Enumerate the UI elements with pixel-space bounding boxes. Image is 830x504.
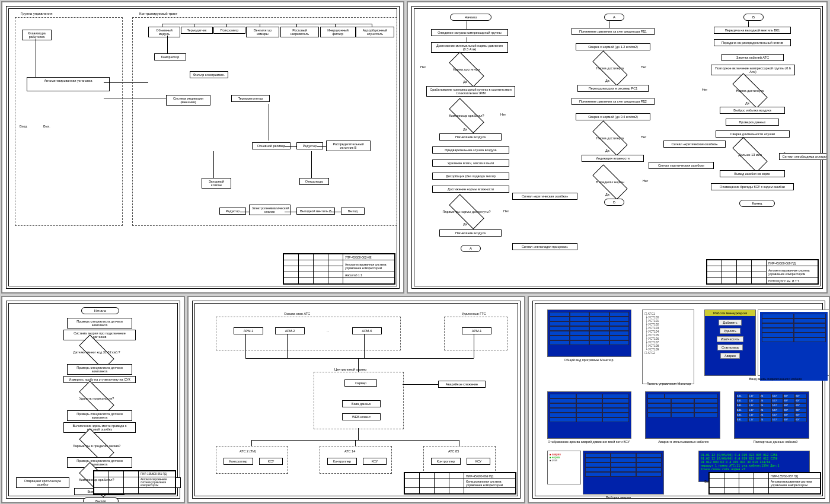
group-control: [15, 17, 123, 226]
box-b20: Электропневматический клапан: [249, 205, 290, 215]
group-tract-label: Контролируемый тракт: [139, 12, 177, 15]
a-step4: Нагнетание воздуха: [439, 133, 502, 141]
shot-legend: ■ авария■ норма■ откл: [547, 451, 581, 484]
title-block-5: ПИР-135/60-087 ПД Автоматизированная сис…: [708, 472, 821, 495]
box-b4: Термодатчик: [181, 27, 213, 34]
s3-left: Отвращает критическую ошибку: [16, 477, 69, 488]
box-b6: Вентилятор камеры: [246, 27, 279, 37]
shot-input: [758, 310, 830, 376]
box-b17: Запорный клапан: [202, 178, 231, 189]
a-d3: Параметры нормы достигнуты?: [442, 200, 491, 224]
arm-dots: ...: [317, 327, 339, 333]
shot-monitor: [547, 310, 631, 357]
box-b13: Фильтр электромагн.: [190, 71, 228, 78]
cap5: Аварии в испытываемых кабелях: [642, 440, 725, 444]
shot-manager: Работа менеджером Добавить Удалить Изм/ч…: [704, 310, 756, 376]
io-in: Вход: [20, 125, 27, 128]
b-sig: Сигнал «критическая ошибка»: [649, 162, 714, 169]
a-step5: Предварительная осушка воздуха: [432, 146, 509, 154]
box-auto-unit: Автоматизированная установка: [27, 77, 110, 91]
cap2: Панель управления Монитор: [627, 382, 710, 385]
a-step3: Срабатывание компрессорной группы в соот…: [426, 86, 515, 97]
shot-select: [583, 451, 664, 495]
s3-a5: Проверь специалиста датчики комплекта: [67, 410, 132, 421]
sheet-screenshots: Общий вид программы Монитор ☐ АТС1 ├ УСТ…: [528, 296, 830, 503]
c-d2: Дольше 13 мин: [725, 143, 775, 167]
b-conn: A: [604, 14, 624, 21]
a-conn: A: [461, 245, 481, 252]
arm2: АРМ-2: [275, 327, 305, 334]
box-b5: Психрометр: [213, 27, 245, 34]
b4: Понижение давления за счет редуктора РД2: [572, 98, 655, 105]
b-d1: Норма достигнута: [585, 56, 635, 80]
title-block-3: ПИР-135/600-051 ПД Автоматизированная си…: [93, 470, 176, 495]
c2: Передача на распределительный статив: [714, 39, 791, 46]
shot-passport: 0.411.17245.17607607 0.411.17245.1760760…: [734, 391, 809, 439]
s3-d1: Датчики имеют код 31-32 каб.?: [72, 340, 122, 364]
term-start: Начало: [450, 14, 491, 21]
arm-remote: АРМ-1: [462, 327, 491, 334]
alert: Аварийное слежение: [438, 381, 486, 388]
arm1: АРМ-1: [234, 327, 263, 334]
c5: Выброс избытка воздуха: [720, 107, 785, 114]
title-block-4: ПИР-45/600-069 ПД Функциональная система…: [404, 472, 516, 495]
s3-d3: Параметры в пределах заказа?: [72, 434, 122, 458]
io-out: Вых.: [43, 125, 50, 128]
s3-a4: Измерить пробу на эту величину на СУК: [63, 376, 136, 383]
box-b16: Распределительный источник В: [326, 141, 371, 151]
s3-a1: Проверь специалиста датчики комплекта: [67, 318, 132, 328]
a-step1: Ожидание запуска компрессорной группы: [431, 29, 508, 36]
title-block-1: УЛР-45/600-062-КЕ Автоматизированная сис…: [283, 253, 395, 285]
s3-a6: Вычисление здесь место провода с высокой…: [63, 422, 136, 433]
c7: Сверка длительности осушки: [716, 130, 790, 138]
a-step6: Удаление влаги, масла и пыли: [432, 160, 509, 167]
center-label: Центральный сервер: [334, 368, 366, 371]
shot-tree: ☐ АТС1 ├ УСТ100 ├ УСТ101 ├ УСТ102 ├ УСТ1…: [642, 310, 694, 384]
cap3: Ввод вновь подключенного кабеля: [725, 377, 826, 381]
sheet-subroutine: Начало Проверь специалиста датчики компл…: [1, 296, 185, 503]
a-d1: Норма достигнута: [442, 58, 491, 81]
sheet-functional-scheme: Группа управления Контролируемый тракт К…: [1, 1, 404, 294]
c-d1: Норма достигнута: [725, 79, 775, 103]
c9: Оповещение бригады КСУ с кодом ошибки: [711, 183, 794, 190]
s3-end: Выход: [83, 497, 119, 503]
c1: Передача на выходной вентиль ВК1: [714, 27, 791, 34]
b3: Переход воздуха в ресивер РС1: [577, 85, 649, 92]
a-step2: Достижение минимальной нормы давления (0…: [431, 42, 508, 53]
shot-test: [645, 391, 720, 439]
box-b7: Ростовый нагреватель: [280, 27, 319, 37]
a-step7: Дисорбация (без подвода тепла): [432, 173, 509, 180]
a-step8: Достижение нормы влажности: [432, 186, 509, 193]
c-sig2: Сигнал «необходима отладка»: [779, 153, 828, 160]
b-d3: В пределах нормы: [585, 170, 635, 194]
web: WEB-клиент: [342, 413, 381, 420]
tl-label: Основа стан АТС: [284, 312, 310, 315]
group-tract: [132, 17, 397, 226]
b-conn2: Б: [604, 199, 624, 206]
c8: Вывод ошибки на экран: [720, 170, 785, 177]
box-b9: Адсорбционный осушитель: [356, 27, 394, 37]
db: База данных: [342, 400, 381, 407]
cap7: Выборка аварии: [577, 496, 660, 499]
a-sig2: Сигнал «неполадки процесса»: [512, 243, 577, 250]
s3-a7: Проверь специалиста датчики комплекта: [67, 457, 132, 468]
c-conn: В: [743, 14, 764, 21]
a-d2: Компрессор сработал?: [442, 104, 491, 127]
box-b3: Объемный модуль: [148, 27, 180, 37]
s3-start: Начало: [81, 307, 119, 314]
b-d2: Норма достигнута: [585, 126, 635, 150]
group-control-label: Группа управления: [21, 12, 52, 15]
box-b12: Терморегулятор: [231, 95, 270, 102]
c-end: Конец: [739, 200, 775, 207]
box-keyboard: Клавиатура работника: [22, 30, 52, 40]
s3-a3: Проверь специалиста датчики комплекта: [67, 364, 132, 375]
sheet-network: Основа стан АТС Удаленные ГТС АРМ-1 АРМ-…: [187, 296, 525, 503]
c3: Закачка кабелей АТС: [722, 54, 784, 61]
title-block-2: ПИР-45/600-069 ПД Автоматизированная сис…: [706, 259, 819, 285]
c4: Повторное включение компрессорной группы…: [711, 65, 795, 75]
cap6: Паспортные данные кабелей: [734, 440, 817, 444]
b1: Понижение давления за счет редуктора РД1: [572, 28, 655, 35]
tr-label: Удаленные ГТС: [462, 312, 486, 315]
b5: Сверка с нормой (до 0.4 кгс/см2): [576, 113, 650, 120]
box-b8: Инерционный фильтр: [320, 27, 356, 37]
